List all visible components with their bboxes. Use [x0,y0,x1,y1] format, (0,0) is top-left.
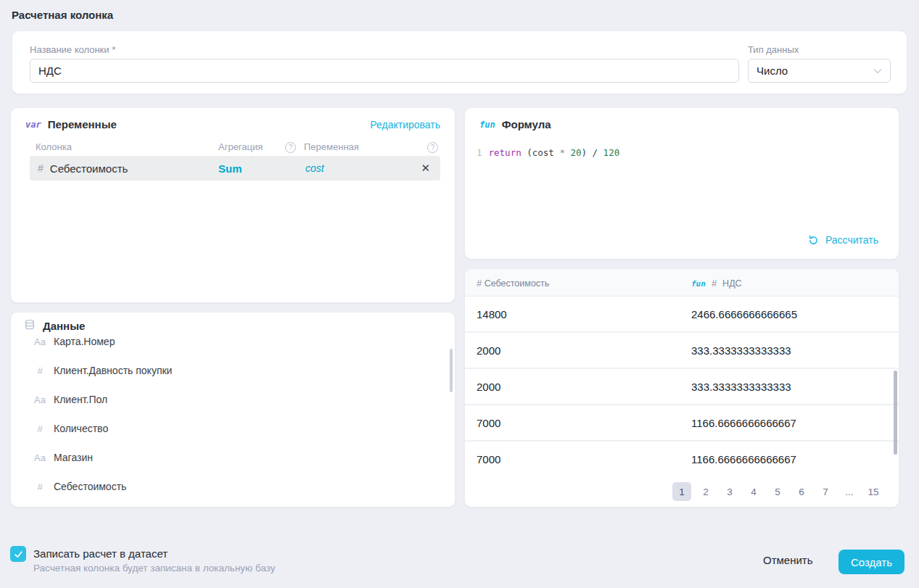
page-button-6[interactable]: 6 [792,482,811,501]
cost-cell: 2000 [477,381,500,393]
write-to-dataset-label: Записать расчет в датасет [33,547,168,560]
variable-row: # Себестоимость Sum cost ✕ [30,156,440,181]
column-settings-card: Название колонки * Тип данных Число [12,30,907,94]
table-row: 2000 333.3333333333333 [465,333,899,369]
var-badge-icon: var [25,120,41,130]
number-type-icon: # [712,278,717,289]
number-type-icon: # [31,423,49,434]
text-type-icon: Aa [31,336,49,347]
column-header: Колонка [36,141,72,152]
variable-column-name: Себестоимость [50,162,128,175]
number-type-icon: # [477,278,482,289]
number-type-icon: # [38,162,44,174]
data-field-list: Aa Карта.Номер # Клиент.Давность покупки… [11,327,455,501]
create-button[interactable]: Создать [838,550,904,574]
data-type-label: Тип данных [748,44,799,55]
variables-table-header: Колонка Агрегация ? Переменная ? [11,141,455,156]
variable-header: Переменная [304,141,359,152]
write-to-dataset-checkbox[interactable] [10,546,26,562]
vat-column-header: fun # НДС [691,278,742,289]
vat-cell: 333.3333333333333 [691,344,791,357]
variable-help-icon[interactable]: ? [427,142,438,153]
data-panel: Данные Aa Карта.Номер # Клиент.Давность … [10,312,456,508]
column-name-label: Название колонки * [30,44,115,55]
aggregation-help-icon[interactable]: ? [285,142,296,153]
cost-cell: 2000 [477,344,500,357]
refresh-icon [808,235,819,246]
checkmark-icon [14,550,23,559]
page-button-4[interactable]: 4 [744,482,763,501]
results-scrollbar[interactable] [894,370,897,455]
column-name-input[interactable] [30,59,739,83]
number-type-icon: # [31,365,49,376]
cancel-button[interactable]: Отменить [763,554,813,566]
number-type-icon: # [31,481,49,492]
page-button-7[interactable]: 7 [816,482,835,501]
cost-cell: 7000 [477,417,500,429]
cost-cell: 14800 [477,308,507,320]
data-field-item[interactable]: # Количество [11,414,455,443]
data-field-item[interactable]: Aa Карта.Номер [11,327,455,356]
formula-title: Формула [502,118,551,131]
formula-code: return (cost * 20) / 120 [489,147,620,158]
formula-code-editor[interactable]: 1 return (cost * 20) / 120 [477,147,887,158]
text-type-icon: Aa [31,394,49,405]
aggregation-header: Агрегация [218,141,263,152]
page-title: Расчетная колонка [12,9,113,21]
formula-panel: fun Формула 1 return (cost * 20) / 120 Р… [464,107,899,260]
cost-cell: 7000 [477,453,500,465]
table-row: 7000 1166.6666666666667 [465,405,899,442]
variable-name[interactable]: cost [305,162,324,174]
pagination: 1 2 3 4 5 6 7 ... 15 [465,476,899,507]
data-field-item[interactable]: # Себестоимость [11,472,455,501]
vat-cell: 333.3333333333333 [691,381,791,393]
cost-column-header: # Себестоимость [477,278,549,289]
vat-cell: 1166.6666666666667 [691,417,796,429]
variables-panel: var Переменные Редактировать Колонка Агр… [10,107,456,303]
calculate-label: Рассчитать [825,234,878,246]
page-ellipsis: ... [840,482,859,501]
vat-cell: 1166.6666666666667 [691,453,796,465]
write-to-dataset-description: Расчетная колонка будет записана в локал… [33,563,276,573]
table-row: 2000 333.3333333333333 [465,369,899,405]
line-number: 1 [477,147,482,158]
data-field-item[interactable]: Aa Магазин [11,443,455,472]
page-button-15[interactable]: 15 [864,482,883,501]
chevron-down-icon [873,68,882,74]
data-field-item[interactable]: Aa Клиент.Пол [11,385,455,414]
results-panel: # Себестоимость fun # НДС 14800 2466.666… [464,268,899,508]
calculate-button[interactable]: Рассчитать [808,234,878,246]
data-panel-scrollbar[interactable] [450,349,453,392]
results-table-header: # Себестоимость fun # НДС [465,269,899,297]
vat-cell: 2466.6666666666665 [691,308,797,320]
table-row: 14800 2466.6666666666665 [465,297,899,333]
text-type-icon: Aa [31,452,49,463]
data-type-value: Число [757,65,788,77]
edit-variables-link[interactable]: Редактировать [370,119,440,131]
data-type-select[interactable]: Число [748,59,891,83]
page-button-5[interactable]: 5 [768,482,787,501]
fun-badge-icon: fun [691,279,706,289]
table-row: 7000 1166.6666666666667 [465,442,899,478]
variables-title: Переменные [48,118,117,131]
page-button-3[interactable]: 3 [720,482,739,501]
data-field-item[interactable]: # Клиент.Давность покупки [11,356,455,385]
page-button-1[interactable]: 1 [672,482,691,501]
page-button-2[interactable]: 2 [696,482,715,501]
close-icon[interactable]: ✕ [421,162,430,175]
fun-badge-icon: fun [479,120,495,130]
aggregation-value[interactable]: Sum [218,162,242,175]
